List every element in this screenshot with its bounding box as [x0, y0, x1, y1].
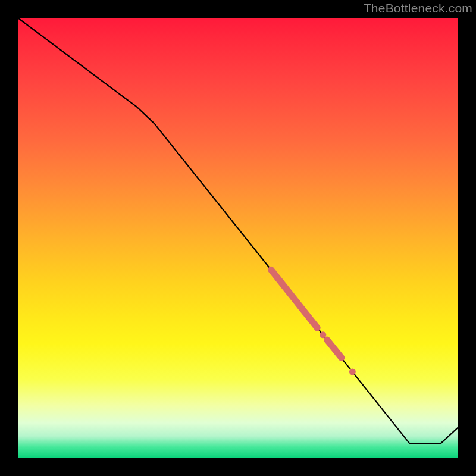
- svg-point-3: [349, 368, 356, 375]
- svg-line-1: [327, 340, 341, 358]
- chart-highlights: [271, 270, 356, 375]
- watermark-text: TheBottleneck.com: [364, 1, 472, 15]
- chart-svg: [18, 18, 458, 458]
- chart-curve: [18, 18, 458, 444]
- chart-plot-area: [18, 18, 458, 458]
- svg-line-0: [271, 270, 318, 328]
- svg-point-2: [320, 331, 326, 338]
